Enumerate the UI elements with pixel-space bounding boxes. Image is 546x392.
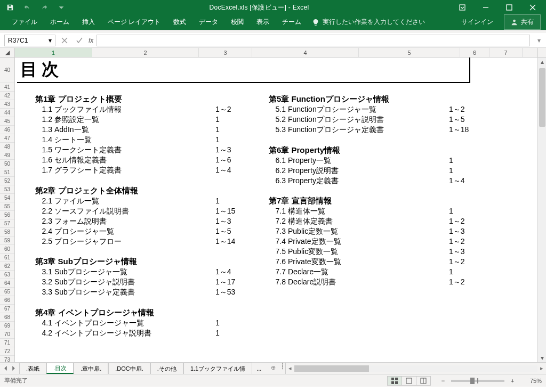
chevron-down-icon[interactable]: ▾ (49, 37, 52, 44)
sheet-tab[interactable]: 1.1ブックファイル情 (183, 363, 252, 374)
row-header[interactable]: 57 (0, 219, 14, 228)
row-header[interactable]: 46 (0, 126, 14, 134)
column-header[interactable]: 4 (252, 48, 359, 57)
qat-customize-icon[interactable] (55, 2, 67, 13)
row-header[interactable]: 71 (0, 339, 14, 347)
fx-label[interactable]: fx (89, 37, 97, 44)
worksheet[interactable]: 目次 第1章 プロジェクト概要1.1ブックファイル情報1～21.2参照設定一覧1… (15, 58, 537, 362)
row-header[interactable]: 70 (0, 330, 14, 339)
zoom-percent[interactable]: 75% (520, 378, 542, 384)
row-header[interactable]: 43 (0, 100, 14, 109)
hscroll-left-icon[interactable]: ◂ (286, 363, 294, 374)
row-header[interactable]: 60 (0, 245, 14, 254)
column-header[interactable]: 1 (15, 48, 92, 57)
ribbon-tab[interactable]: ページ レイアウト (101, 14, 167, 30)
cancel-icon[interactable] (59, 35, 70, 46)
new-sheet-button[interactable]: ⊕ (266, 363, 281, 374)
row-header[interactable]: 40 (0, 58, 14, 83)
row-header[interactable]: 41 (0, 83, 14, 92)
sheet-tab[interactable]: .DOC中扉. (108, 363, 150, 374)
row-header[interactable]: 66 (0, 296, 14, 305)
row-header[interactable]: 58 (0, 228, 14, 236)
row-header[interactable]: 50 (0, 160, 14, 168)
zoom-out-button[interactable]: − (439, 378, 447, 384)
row-header[interactable]: 65 (0, 288, 14, 296)
name-box[interactable]: R37C1 ▾ (4, 35, 55, 46)
column-header[interactable]: 6 (460, 48, 489, 57)
scroll-thumb[interactable] (539, 68, 545, 127)
maximize-icon[interactable] (498, 0, 520, 15)
tab-next-icon[interactable] (11, 366, 16, 371)
hscroll-thumb[interactable] (294, 365, 369, 372)
tab-nav[interactable] (0, 363, 19, 374)
row-header[interactable]: 51 (0, 168, 14, 177)
column-headers: ◢ 1234567 (0, 48, 546, 58)
row-header[interactable]: 55 (0, 202, 14, 211)
expand-formula-icon[interactable]: ▾ (534, 35, 544, 46)
row-header[interactable]: 67 (0, 305, 14, 313)
vertical-scrollbar[interactable]: ▴ ▾ (537, 58, 546, 362)
share-button[interactable]: 共有 (504, 14, 541, 30)
window-title: DocExcel.xls [保護ビュー] - Excel (67, 3, 451, 12)
row-header[interactable]: 47 (0, 134, 14, 143)
scroll-up-icon[interactable]: ▴ (538, 58, 546, 66)
row-header[interactable]: 72 (0, 347, 14, 356)
row-header[interactable]: 54 (0, 194, 14, 202)
undo-icon[interactable] (21, 2, 33, 13)
close-icon[interactable] (521, 0, 544, 15)
zoom-slider[interactable] (451, 380, 504, 382)
scroll-down-icon[interactable]: ▾ (538, 354, 546, 362)
row-header[interactable]: 61 (0, 254, 14, 262)
row-header[interactable]: 44 (0, 109, 14, 117)
more-tabs[interactable]: ... (252, 363, 266, 374)
select-all-corner[interactable]: ◢ (0, 48, 15, 57)
tab-splitter[interactable]: ┆ (281, 363, 285, 374)
ribbon-tab[interactable]: 数式 (167, 14, 192, 30)
ribbon-tab[interactable]: 校閲 (224, 14, 250, 30)
normal-view-button[interactable] (387, 376, 402, 386)
sign-in[interactable]: サインイン (454, 14, 501, 30)
row-header[interactable]: 53 (0, 185, 14, 194)
redo-icon[interactable] (38, 2, 50, 13)
sheet-tab[interactable]: .目次 (46, 363, 74, 374)
ribbon-tab[interactable]: チーム (276, 14, 308, 30)
row-header[interactable]: 68 (0, 313, 14, 322)
minimize-icon[interactable] (475, 0, 497, 15)
ribbon-tab[interactable]: ホーム (44, 14, 76, 30)
row-header[interactable]: 59 (0, 236, 14, 245)
tab-prev-icon[interactable] (3, 366, 8, 371)
ribbon-tab[interactable]: データ (192, 14, 224, 30)
ribbon-tab[interactable]: ファイル (5, 14, 44, 30)
save-icon[interactable] (4, 2, 16, 13)
row-header[interactable]: 69 (0, 322, 14, 330)
ribbon-tab[interactable]: 挿入 (76, 14, 101, 30)
enter-icon[interactable] (74, 35, 85, 46)
column-header[interactable]: 5 (359, 48, 460, 57)
sheet-tab[interactable]: .章中扉. (74, 363, 108, 374)
sheet-tab[interactable]: .その他 (150, 363, 183, 374)
row-header[interactable]: 52 (0, 177, 14, 185)
row-header[interactable]: 42 (0, 92, 14, 100)
hscroll-right-icon[interactable]: ▸ (537, 363, 546, 374)
row-header[interactable]: 56 (0, 211, 14, 219)
formula-input[interactable] (97, 35, 530, 46)
column-header[interactable]: 3 (199, 48, 252, 57)
page-break-view-button[interactable] (416, 376, 431, 386)
column-header[interactable]: 7 (489, 48, 523, 57)
column-header[interactable]: 2 (92, 48, 199, 57)
tell-me[interactable]: 実行したい作業を入力してください (308, 14, 429, 30)
toc-entry: 2.3フォーム説明書1～3 (35, 216, 248, 226)
sheet-tab[interactable]: .表紙 (19, 363, 46, 374)
row-header[interactable]: 45 (0, 117, 14, 126)
row-header[interactable]: 48 (0, 143, 14, 151)
toc-entry: 7.6Private変数一覧1～2 (269, 257, 482, 267)
row-header[interactable]: 49 (0, 151, 14, 160)
ribbon-options-icon[interactable] (451, 0, 473, 15)
horizontal-scrollbar[interactable]: ◂ ▸ (285, 363, 546, 374)
ribbon-tab[interactable]: 表示 (250, 14, 276, 30)
row-header[interactable]: 64 (0, 279, 14, 288)
page-layout-view-button[interactable] (402, 376, 416, 386)
row-header[interactable]: 62 (0, 262, 14, 271)
row-header[interactable]: 63 (0, 271, 14, 279)
zoom-in-button[interactable]: + (509, 378, 516, 384)
